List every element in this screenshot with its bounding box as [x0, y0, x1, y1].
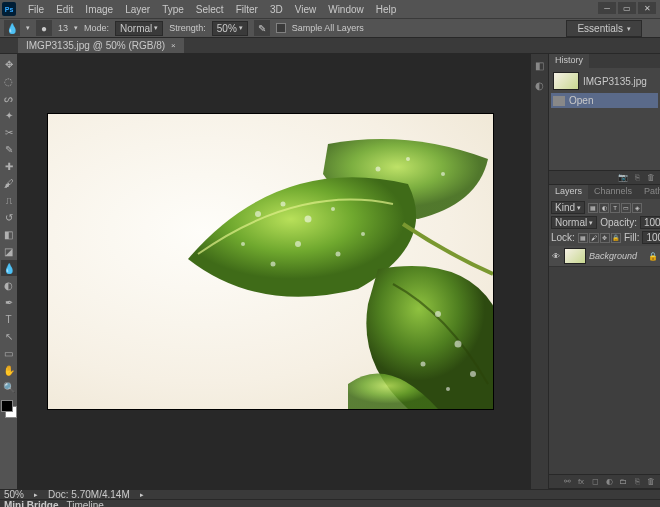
svg-point-6 — [361, 232, 365, 236]
lasso-tool[interactable]: ᔕ — [1, 90, 17, 106]
menu-image[interactable]: Image — [79, 2, 119, 17]
canvas-area[interactable] — [18, 54, 530, 489]
menu-file[interactable]: File — [22, 2, 50, 17]
history-panel: History IMGP3135.jpg Open 📷 ⎘ 🗑 — [549, 54, 660, 185]
menu-edit[interactable]: Edit — [50, 2, 79, 17]
workspace-switcher[interactable]: Essentials ▾ — [566, 20, 642, 37]
brush-tool[interactable]: 🖌 — [1, 175, 17, 191]
opacity-input[interactable]: 100% — [640, 216, 660, 229]
history-brush-tool[interactable]: ↺ — [1, 209, 17, 225]
gradient-tool[interactable]: ◪ — [1, 243, 17, 259]
svg-point-3 — [331, 207, 335, 211]
filter-shape-icon[interactable]: ▭ — [621, 203, 631, 213]
dodge-tool[interactable]: ◐ — [1, 277, 17, 293]
color-swatches[interactable] — [1, 400, 17, 418]
chevron-right-icon[interactable]: ▸ — [34, 491, 38, 499]
fill-label: Fill: — [624, 232, 640, 243]
shape-tool[interactable]: ▭ — [1, 345, 17, 361]
eyedropper-tool[interactable]: ✎ — [1, 141, 17, 157]
sample-all-checkbox[interactable] — [276, 23, 286, 33]
lock-all-icon[interactable]: 🔒 — [611, 233, 621, 243]
svg-point-8 — [271, 262, 276, 267]
panel-dock: History IMGP3135.jpg Open 📷 ⎘ 🗑 — [548, 54, 660, 489]
foreground-color[interactable] — [1, 400, 13, 412]
menu-help[interactable]: Help — [370, 2, 403, 17]
menu-3d[interactable]: 3D — [264, 2, 289, 17]
visibility-icon[interactable]: 👁 — [551, 252, 561, 261]
tab-timeline[interactable]: Timeline — [66, 500, 103, 507]
airbrush-icon[interactable]: ✎ — [254, 20, 270, 36]
menu-select[interactable]: Select — [190, 2, 230, 17]
strength-select[interactable]: 50%▾ — [212, 21, 248, 36]
tab-layers[interactable]: Layers — [549, 185, 588, 199]
layer-row[interactable]: 👁 Background 🔒 — [549, 246, 660, 267]
document-info[interactable]: Doc: 5.70M/4.14M — [48, 489, 130, 500]
tab-channels[interactable]: Channels — [588, 185, 638, 199]
maximize-button[interactable]: ▭ — [618, 2, 636, 14]
layer-style-icon[interactable]: fx — [576, 477, 586, 487]
new-layer-icon[interactable]: ⎘ — [632, 477, 642, 487]
layer-mask-icon[interactable]: ◻ — [590, 477, 600, 487]
tab-history[interactable]: History — [549, 54, 589, 68]
tool-preset-icon[interactable]: 💧 — [4, 20, 20, 36]
chevron-down-icon[interactable]: ▾ — [26, 24, 30, 32]
menu-window[interactable]: Window — [322, 2, 370, 17]
close-button[interactable]: ✕ — [638, 2, 656, 14]
tab-mini-bridge[interactable]: Mini Bridge — [4, 500, 58, 507]
filter-type-icon[interactable]: T — [610, 203, 620, 213]
opacity-label: Opacity: — [600, 217, 637, 228]
type-tool[interactable]: T — [1, 311, 17, 327]
chevron-right-icon[interactable]: ▸ — [140, 491, 144, 499]
brush-preset-icon[interactable]: ● — [36, 20, 52, 36]
eraser-tool[interactable]: ◧ — [1, 226, 17, 242]
leaf-illustration — [48, 114, 493, 409]
lock-transparency-icon[interactable]: ▦ — [578, 233, 588, 243]
hand-tool[interactable]: ✋ — [1, 362, 17, 378]
mode-select[interactable]: Normal▾ — [115, 21, 163, 36]
main-area: ✥ ◌ ᔕ ✦ ✂ ✎ ✚ 🖌 ⎍ ↺ ◧ ◪ 💧 ◐ ✒ T ↖ ▭ ✋ 🔍 — [0, 54, 660, 489]
adjustments-panel-icon[interactable]: ◐ — [533, 78, 547, 92]
trash-icon[interactable]: 🗑 — [646, 477, 656, 487]
group-icon[interactable]: 🗀 — [618, 477, 628, 487]
path-tool[interactable]: ↖ — [1, 328, 17, 344]
adjustment-layer-icon[interactable]: ◐ — [604, 477, 614, 487]
lock-paint-icon[interactable]: 🖌 — [589, 233, 599, 243]
menu-layer[interactable]: Layer — [119, 2, 156, 17]
document-tab[interactable]: IMGP3135.jpg @ 50% (RGB/8) × — [18, 38, 184, 53]
minimize-button[interactable]: ─ — [598, 2, 616, 14]
blend-mode-select[interactable]: Normal▾ — [551, 216, 597, 229]
crop-tool[interactable]: ✂ — [1, 124, 17, 140]
swatches-panel-icon[interactable]: ◧ — [533, 58, 547, 72]
marquee-tool[interactable]: ◌ — [1, 73, 17, 89]
new-snapshot-icon[interactable]: 📷 — [618, 173, 628, 183]
layer-filter-select[interactable]: Kind▾ — [551, 201, 585, 214]
menu-view[interactable]: View — [289, 2, 323, 17]
mode-value: Normal — [120, 23, 152, 34]
filter-pixel-icon[interactable]: ▦ — [588, 203, 598, 213]
zoom-tool[interactable]: 🔍 — [1, 379, 17, 395]
blur-tool[interactable]: 💧 — [1, 260, 17, 276]
healing-tool[interactable]: ✚ — [1, 158, 17, 174]
pen-tool[interactable]: ✒ — [1, 294, 17, 310]
stamp-tool[interactable]: ⎍ — [1, 192, 17, 208]
document-canvas[interactable] — [48, 114, 493, 409]
tool-palette: ✥ ◌ ᔕ ✦ ✂ ✎ ✚ 🖌 ⎍ ↺ ◧ ◪ 💧 ◐ ✒ T ↖ ▭ ✋ 🔍 — [0, 54, 18, 489]
trash-icon[interactable]: 🗑 — [646, 173, 656, 183]
filter-adjust-icon[interactable]: ◐ — [599, 203, 609, 213]
menu-type[interactable]: Type — [156, 2, 190, 17]
filter-smart-icon[interactable]: ◈ — [632, 203, 642, 213]
magic-wand-tool[interactable]: ✦ — [1, 107, 17, 123]
history-snapshot-row[interactable]: IMGP3135.jpg — [551, 70, 658, 92]
history-step[interactable]: Open — [551, 93, 658, 108]
chevron-down-icon[interactable]: ▾ — [74, 24, 78, 32]
move-tool[interactable]: ✥ — [1, 56, 17, 72]
tab-paths[interactable]: Paths — [638, 185, 660, 199]
new-document-icon[interactable]: ⎘ — [632, 173, 642, 183]
lock-position-icon[interactable]: ✥ — [600, 233, 610, 243]
link-layers-icon[interactable]: ⚯ — [562, 477, 572, 487]
close-icon[interactable]: × — [171, 41, 176, 50]
options-bar: 💧 ▾ ● 13 ▾ Mode: Normal▾ Strength: 50%▾ … — [0, 18, 660, 38]
fill-input[interactable]: 100% — [642, 231, 660, 244]
menu-filter[interactable]: Filter — [230, 2, 264, 17]
zoom-level[interactable]: 50% — [4, 489, 24, 500]
